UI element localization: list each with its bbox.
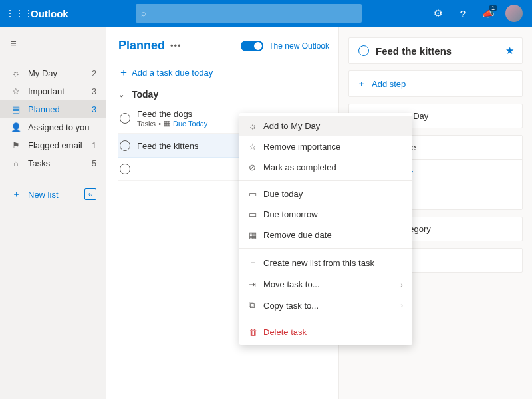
hamburger-icon[interactable]: ≡ xyxy=(0,33,106,53)
top-bar: ⋮⋮⋮ Outlook ⌕ ⚙ ? 📣1 xyxy=(0,0,532,27)
sidebar-item-flagged-email[interactable]: ⚑ Flagged email 1 xyxy=(0,136,106,154)
detail-title-card[interactable]: Feed the kittens ★ xyxy=(348,37,523,64)
context-item-mark-as-completed[interactable]: ⊘ Mark as completed xyxy=(239,157,412,178)
search-input[interactable] xyxy=(136,4,362,23)
context-menu: ☼ Add to My Day ☆ Remove importance ⊘ Ma… xyxy=(239,113,412,345)
new-outlook-toggle[interactable] xyxy=(241,41,263,51)
sidebar-item-planned[interactable]: ▤ Planned 3 xyxy=(0,100,106,118)
plus-icon: ＋ xyxy=(9,188,23,200)
complete-circle[interactable] xyxy=(120,140,130,151)
sidebar-item-my-day[interactable]: ☼ My Day 2 xyxy=(0,65,106,82)
help-icon[interactable]: ? xyxy=(455,8,471,19)
context-item-delete-task[interactable]: 🗑 Delete task xyxy=(239,322,412,342)
notification-badge: 1 xyxy=(489,5,497,11)
plus-icon: ＋ xyxy=(118,66,132,80)
new-group-icon[interactable]: ⤿ xyxy=(84,188,96,200)
chevron-right-icon: › xyxy=(400,281,403,289)
complete-circle[interactable] xyxy=(120,164,130,174)
plus-icon: ＋ xyxy=(357,78,372,90)
star-icon[interactable]: ★ xyxy=(505,45,514,57)
nav-icon: ☼ xyxy=(9,68,23,78)
context-item-remove-due-date[interactable]: ▦ Remove due date xyxy=(239,225,412,245)
task-list-pane: Planned ••• The new Outlook ＋ Add a task… xyxy=(106,27,339,399)
avatar[interactable] xyxy=(505,5,523,22)
nav-icon: ⚑ xyxy=(9,140,23,150)
app-launcher-icon[interactable]: ⋮⋮⋮ xyxy=(5,8,27,19)
new-list-button[interactable]: ＋ New list ⤿ xyxy=(0,184,106,204)
nav-icon: ▤ xyxy=(9,104,23,114)
sidebar-item-assigned-to-you[interactable]: 👤 Assigned to you xyxy=(0,118,106,136)
nav-icon: ⌂ xyxy=(9,158,23,168)
add-task-input[interactable]: ＋ Add a task due today xyxy=(118,66,329,80)
sidebar-item-tasks[interactable]: ⌂ Tasks 5 xyxy=(0,154,106,172)
add-step-button[interactable]: ＋ Add step xyxy=(348,70,523,97)
search-icon: ⌕ xyxy=(141,8,146,18)
complete-circle[interactable] xyxy=(120,113,130,124)
context-item-due-tomorrow[interactable]: ▭ Due tomorrow xyxy=(239,204,412,225)
chevron-down-icon: ⌄ xyxy=(118,90,132,99)
nav-icon: ☆ xyxy=(9,86,23,96)
sidebar: ≡ ☼ My Day 2☆ Important 3▤ Planned 3👤 As… xyxy=(0,27,106,399)
group-header[interactable]: ⌄ Today xyxy=(118,89,329,100)
context-item-due-today[interactable]: ▭ Due today xyxy=(239,184,412,204)
context-item-move-task-to-[interactable]: ⇥ Move task to... › xyxy=(239,274,412,295)
chevron-right-icon: › xyxy=(400,301,403,309)
context-item-copy-task-to-[interactable]: ⧉ Copy task to... › xyxy=(239,295,412,316)
sidebar-item-important[interactable]: ☆ Important 3 xyxy=(0,82,106,100)
context-item-remove-importance[interactable]: ☆ Remove importance xyxy=(239,136,412,157)
context-item-add-to-my-day[interactable]: ☼ Add to My Day xyxy=(239,116,412,136)
nav-icon: 👤 xyxy=(9,122,23,132)
more-icon[interactable]: ••• xyxy=(170,41,182,51)
context-item-create-new-list-from-this-task[interactable]: ＋ Create new list from this task xyxy=(239,251,412,274)
megaphone-icon[interactable]: 📣1 xyxy=(480,7,496,19)
page-title: Planned xyxy=(118,39,165,53)
toggle-label: The new Outlook xyxy=(269,41,329,51)
calendar-icon: ▦ xyxy=(164,119,170,128)
settings-icon[interactable]: ⚙ xyxy=(430,7,446,19)
brand-label: Outlook xyxy=(31,8,68,19)
complete-circle[interactable] xyxy=(358,45,369,56)
